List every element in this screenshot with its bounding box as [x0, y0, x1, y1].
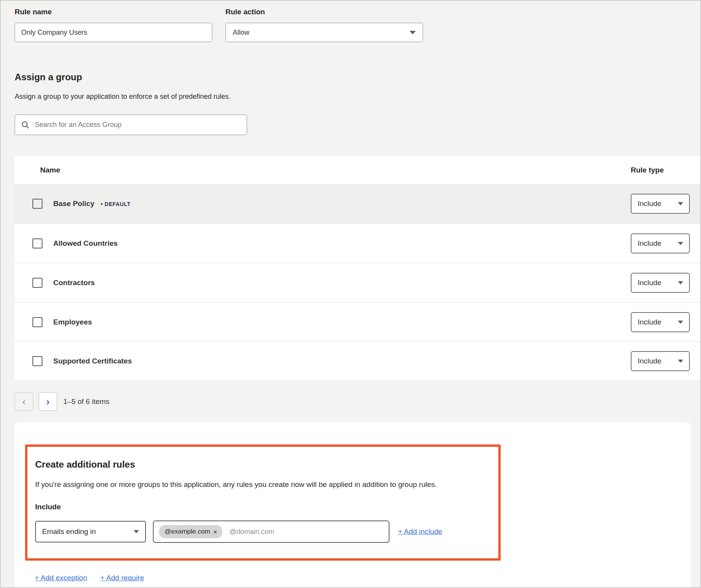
table-row: Supported Certificates Include [15, 341, 700, 381]
email-domain-tag-input[interactable]: @example.com × [153, 520, 389, 543]
row-label: Contractors [53, 279, 95, 287]
chevron-down-icon [678, 281, 683, 284]
column-header-name: Name [15, 166, 631, 174]
rule-type-dropdown[interactable]: Include [631, 312, 690, 332]
rule-type-value: Include [638, 279, 661, 287]
rule-type-dropdown[interactable]: Include [631, 273, 690, 293]
remove-chip-icon[interactable]: × [213, 529, 217, 535]
rule-type-dropdown[interactable]: Include [631, 351, 690, 371]
rule-action-field: Rule action Allow [225, 8, 423, 42]
row-label: Employees [53, 318, 92, 326]
table-body: Base Policy DEFAULT Include Allowed Coun… [15, 184, 700, 381]
pagination-label: 1–5 of 6 items [63, 397, 109, 406]
row-checkbox[interactable] [32, 356, 42, 366]
table-row: Base Policy DEFAULT Include [15, 184, 700, 223]
pagination: ‹ › 1–5 of 6 items [15, 392, 700, 411]
search-input[interactable] [35, 121, 240, 129]
row-checkbox[interactable] [32, 278, 42, 288]
footer-links: + Add exception + Add require [35, 574, 691, 582]
include-rule-row: Emails ending in @example.com × + Add in… [35, 520, 489, 543]
chevron-down-icon [678, 360, 683, 363]
table-header: Name Rule type [15, 156, 700, 184]
access-group-search[interactable] [15, 115, 247, 135]
create-additional-rules-title: Create additional rules [35, 459, 489, 470]
domain-input[interactable] [229, 528, 383, 536]
create-additional-rules-description: If you're assigning one or more groups t… [35, 480, 489, 489]
rule-type-dropdown[interactable]: Include [631, 233, 690, 253]
chevron-down-icon [678, 202, 683, 205]
add-exception-link[interactable]: + Add exception [35, 574, 87, 582]
add-include-link[interactable]: + Add include [398, 527, 442, 536]
rule-type-value: Include [638, 357, 661, 365]
email-domain-chip: @example.com × [159, 525, 222, 538]
row-label: Allowed Countries [53, 239, 118, 248]
row-label: Base Policy [53, 199, 95, 208]
assign-group-description: Assign a group to your application to en… [15, 93, 700, 101]
rule-action-label: Rule action [225, 8, 423, 16]
create-additional-rules-highlight: Create additional rules If you're assign… [25, 444, 501, 561]
rule-type-value: Include [638, 318, 661, 326]
search-icon [21, 121, 29, 129]
previous-page-button[interactable]: ‹ [15, 392, 33, 411]
include-section-label: Include [35, 503, 489, 511]
add-require-link[interactable]: + Add require [100, 574, 144, 582]
chevron-down-icon [678, 321, 683, 324]
rule-form-row: Rule name Rule action Allow [1, 1, 700, 42]
row-label: Supported Certificates [53, 357, 132, 365]
rule-configuration-page: Rule name Rule action Allow Assign a gro… [0, 0, 701, 588]
default-badge: DEFAULT [101, 201, 130, 207]
row-checkbox[interactable] [32, 199, 42, 209]
additional-rules-card: Create additional rules If you're assign… [15, 422, 691, 588]
rule-name-input[interactable] [15, 23, 212, 42]
row-checkbox[interactable] [32, 238, 42, 248]
rule-action-value: Allow [233, 29, 249, 37]
rule-action-select[interactable]: Allow [225, 23, 423, 42]
table-row: Employees Include [15, 302, 700, 341]
rule-type-value: Include [638, 199, 661, 208]
chip-label: @example.com [164, 528, 210, 536]
chevron-down-icon [134, 530, 139, 533]
rule-selector-dropdown[interactable]: Emails ending in [35, 521, 146, 542]
rule-type-dropdown[interactable]: Include [631, 194, 690, 214]
rule-type-value: Include [638, 239, 661, 248]
chevron-right-icon: › [46, 397, 50, 407]
row-checkbox[interactable] [32, 317, 42, 327]
assign-group-title: Assign a group [15, 72, 700, 83]
table-row: Allowed Countries Include [15, 223, 700, 263]
rule-selector-value: Emails ending in [42, 527, 96, 536]
table-row: Contractors Include [15, 263, 700, 302]
column-header-rule-type: Rule type [631, 166, 700, 174]
access-groups-table: Name Rule type Base Policy DEFAULT Inclu… [15, 156, 700, 381]
chevron-down-icon [410, 31, 416, 34]
chevron-left-icon: ‹ [22, 397, 26, 407]
next-page-button[interactable]: › [39, 392, 57, 411]
chevron-down-icon [678, 242, 683, 245]
rule-name-label: Rule name [15, 8, 212, 16]
rule-name-field: Rule name [15, 8, 212, 42]
